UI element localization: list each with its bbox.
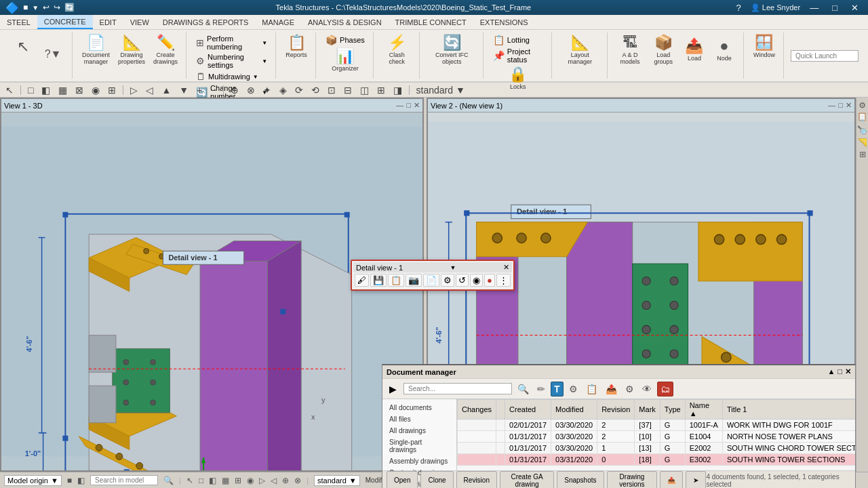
sidebar-btn1[interactable]: ⚙ bbox=[858, 100, 867, 110]
toolbar-btn10[interactable]: ▼ bbox=[176, 83, 191, 97]
col-modified[interactable]: Modified bbox=[551, 400, 597, 420]
float-btn-save[interactable]: 💾 bbox=[370, 274, 387, 287]
search-model-input[interactable] bbox=[90, 475, 158, 485]
ribbon-create-drawings-btn[interactable]: ✏️ Createdrawings bbox=[151, 34, 180, 66]
menu-edit[interactable]: EDIT bbox=[93, 15, 123, 29]
help-icon[interactable]: ? bbox=[732, 3, 745, 13]
toolbar-btn12[interactable]: − bbox=[208, 83, 218, 97]
ribbon-clash-btn[interactable]: ⚡ Clash check bbox=[380, 34, 414, 66]
col-title1[interactable]: Title 1 bbox=[722, 400, 855, 420]
doc-settings-btn[interactable]: ⚙ bbox=[623, 382, 637, 396]
col-type[interactable]: Type bbox=[660, 400, 685, 420]
float-close-btn[interactable]: ✕ bbox=[503, 263, 509, 272]
view1-minimize-btn[interactable]: — bbox=[396, 101, 403, 110]
ribbon-ifc-btn[interactable]: 🔄 Convert IFC objects bbox=[427, 34, 477, 66]
toolbar-btn17[interactable]: ⟳ bbox=[292, 83, 306, 97]
minimize-btn[interactable]: — bbox=[806, 3, 823, 13]
sidebar-btn4[interactable]: 📐 bbox=[858, 138, 867, 148]
view1-maximize-btn[interactable]: □ bbox=[406, 101, 411, 110]
col-changes[interactable]: Changes bbox=[458, 400, 496, 420]
ribbon-locks-btn[interactable]: 🔒 Locks bbox=[505, 66, 532, 92]
toolbar-btn23[interactable]: ◨ bbox=[391, 83, 405, 97]
float-btn-gear[interactable]: ⚙ bbox=[441, 274, 454, 287]
table-row[interactable]: 02/01/201703/30/20202[37]G1001F-AWORK WI… bbox=[458, 420, 856, 431]
menu-extensions[interactable]: EXTENSIONS bbox=[473, 15, 535, 29]
toolbar-btn9[interactable]: ▲ bbox=[159, 83, 174, 97]
ribbon-lotting-btn[interactable]: 📋 Lotting bbox=[490, 34, 546, 46]
col-flag[interactable] bbox=[496, 400, 505, 420]
ribbon-numbering-settings-btn[interactable]: ⚙ Numbering settings ▼ bbox=[193, 52, 270, 70]
col-name[interactable]: Name ▲ bbox=[685, 400, 722, 420]
toolbar-standard-dropdown[interactable]: standard ▼ bbox=[414, 83, 468, 97]
float-btn-pen[interactable]: 🖋 bbox=[355, 274, 369, 287]
doc-search-input[interactable] bbox=[403, 383, 512, 394]
ribbon-select-btn[interactable]: ↖ bbox=[9, 38, 37, 57]
refresh-icon[interactable]: 🔄 bbox=[64, 3, 75, 12]
doc-close-btn[interactable]: ✕ bbox=[845, 367, 851, 376]
doc-drawing-versions-btn[interactable]: Drawing versions bbox=[607, 471, 658, 489]
status-icon1[interactable]: ■ bbox=[67, 476, 72, 485]
doc-sidebar-all-drawings[interactable]: All drawings bbox=[385, 425, 454, 436]
table-row[interactable]: 01/31/201703/30/20202[10]GE1004NORTH NOS… bbox=[458, 431, 856, 443]
doc-revision-btn[interactable]: Revision bbox=[456, 471, 497, 489]
sidebar-btn2[interactable]: 📋 bbox=[858, 113, 867, 123]
toolbar-btn22[interactable]: ⊞ bbox=[374, 83, 388, 97]
ribbon-multidrawing-btn[interactable]: 🗒 Multidrawing ▼ bbox=[193, 70, 270, 83]
doc-text-btn[interactable]: T bbox=[551, 382, 564, 396]
menu-analysis-design[interactable]: ANALYSIS & DESIGN bbox=[301, 15, 389, 29]
ribbon-reports-btn[interactable]: 📋 Reports bbox=[283, 34, 310, 60]
doc-expand-sidebar-btn[interactable]: ▶ bbox=[385, 382, 401, 396]
table-row[interactable]: 01/31/201703/31/20200[18]GE3002SOUTH WIN… bbox=[458, 454, 856, 466]
doc-restore-btn[interactable]: □ bbox=[837, 367, 842, 376]
doc-clone-btn[interactable]: Clone bbox=[420, 471, 453, 489]
col-mark[interactable]: Mark bbox=[635, 400, 660, 420]
view1-close-btn[interactable]: ✕ bbox=[414, 101, 420, 110]
status-btn5[interactable]: ⊞ bbox=[235, 476, 241, 485]
menu-concrete[interactable]: CONCRETE bbox=[37, 15, 93, 29]
ribbon-window-btn[interactable]: 🪟 Window bbox=[751, 34, 778, 60]
ribbon-load-btn[interactable]: 📤 Load bbox=[681, 37, 708, 63]
toolbar-btn11[interactable]: + bbox=[194, 83, 205, 97]
doc-sidebar-single-part[interactable]: Single-part drawings bbox=[385, 436, 454, 455]
status-btn3[interactable]: ◧ bbox=[209, 476, 216, 485]
menu-manage[interactable]: MANAGE bbox=[255, 15, 301, 29]
doc-list-btn[interactable]: 📋 bbox=[583, 382, 600, 396]
toolbar-btn15[interactable]: ✦ bbox=[260, 83, 274, 97]
float-btn-rotate[interactable]: ↺ bbox=[456, 274, 469, 287]
doc-export-btn[interactable]: 📤 bbox=[603, 382, 620, 396]
standard-dropdown[interactable]: standard ▼ bbox=[314, 475, 360, 486]
maximize-btn[interactable]: □ bbox=[828, 3, 842, 13]
view2-maximize-btn[interactable]: □ bbox=[838, 101, 843, 110]
doc-search-icon[interactable]: 🔍 bbox=[515, 382, 532, 396]
ribbon-layout-btn[interactable]: 📐 Layout manager bbox=[559, 34, 601, 66]
sidebar-btn5[interactable]: ⊞ bbox=[858, 151, 867, 158]
ribbon-organizer-btn[interactable]: 📊 Organizer bbox=[329, 47, 361, 73]
status-btn1[interactable]: ↖ bbox=[186, 476, 193, 485]
menu-steel[interactable]: STEEL bbox=[0, 15, 37, 29]
status-btn2[interactable]: □ bbox=[199, 476, 203, 485]
float-btn-camera[interactable]: 📷 bbox=[406, 274, 422, 287]
float-title-dropdown[interactable]: ▼ bbox=[450, 264, 456, 271]
toolbar-btn19[interactable]: ⊡ bbox=[325, 83, 338, 97]
col-created[interactable]: Created bbox=[505, 400, 551, 420]
view2-close-btn[interactable]: ✕ bbox=[846, 101, 852, 110]
view2-minimize-btn[interactable]: — bbox=[828, 101, 835, 110]
doc-sidebar-all-docs[interactable]: All documents bbox=[385, 402, 454, 413]
model-origin-dropdown[interactable]: Model origin ▼ bbox=[4, 475, 62, 486]
toolbar-btn16[interactable]: ◈ bbox=[277, 83, 290, 97]
doc-edit-btn[interactable]: ✏ bbox=[534, 382, 548, 396]
toolbar-select-btn[interactable]: ↖ bbox=[3, 83, 16, 97]
toolbar-btn21[interactable]: ◫ bbox=[357, 83, 372, 97]
toolbar-btn18[interactable]: ⟲ bbox=[309, 83, 322, 97]
doc-create-ga-btn[interactable]: Create GA drawing bbox=[500, 471, 554, 489]
ribbon-docmanager-btn[interactable]: 📄 Documentmanager bbox=[79, 34, 113, 66]
doc-arrow-btn[interactable]: ➤ bbox=[686, 471, 706, 489]
quick-launch-input[interactable] bbox=[791, 50, 859, 62]
status-search-btn[interactable]: 🔍 bbox=[163, 476, 174, 485]
float-btn-clipboard[interactable]: 📋 bbox=[388, 274, 404, 287]
ribbon-drawing-props-btn[interactable]: 📐 Drawingproperties bbox=[115, 34, 148, 66]
status-btn8[interactable]: ◁ bbox=[271, 476, 277, 485]
ribbon-help-btn[interactable]: ?▼ bbox=[39, 47, 66, 61]
toolbar-btn14[interactable]: ⊗ bbox=[244, 83, 258, 97]
ribbon-project-status-btn[interactable]: 📌 Project status bbox=[490, 47, 546, 64]
